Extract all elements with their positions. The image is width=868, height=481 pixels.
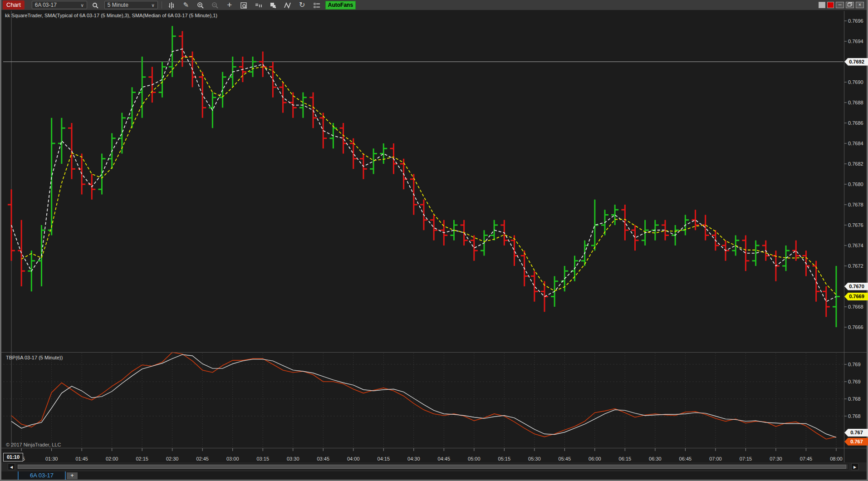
time-tick-label: 06:15 — [614, 456, 635, 461]
tab-bar: 6A 03-17 + — [1, 471, 867, 480]
interval-select[interactable]: 5 Minute ∨ — [104, 1, 158, 9]
scrollbar-track[interactable] — [17, 464, 848, 470]
zoom-in-icon[interactable] — [195, 0, 206, 10]
autofans-button[interactable]: AutoFans — [325, 1, 356, 10]
time-tick-label: 06:45 — [675, 456, 696, 461]
time-tick-label: 02:00 — [102, 456, 123, 461]
price-marker: 0.767 — [844, 429, 868, 437]
time-tick-label: 03:00 — [222, 456, 243, 461]
price-marker: 0.7692 — [844, 58, 868, 66]
y-tick-label: 0.7682 — [848, 161, 868, 167]
y-tick-label: 0.7672 — [848, 263, 868, 269]
status-gray-button[interactable] — [819, 2, 825, 8]
y-tick-label: 0.768 — [848, 413, 868, 419]
y-tick-label: 0.7668 — [848, 304, 868, 309]
pencil-icon[interactable]: ✎ — [180, 0, 192, 10]
time-tick-label: 02:15 — [132, 456, 152, 461]
chart-canvas — [1, 10, 868, 464]
scrollbar-row: ◀ ▶ — [1, 462, 867, 471]
time-tick-label: 05:15 — [494, 456, 515, 461]
toolbar: Chart 6A 03-17 ∨ 5 Minute ∨ ✎ + — [1, 0, 867, 10]
scrollbar-thumb[interactable] — [18, 465, 846, 469]
status-red-button[interactable] — [827, 2, 834, 8]
data-box-icon[interactable] — [238, 0, 250, 10]
time-tick-label: 03:45 — [313, 456, 333, 461]
y-tick-label: 0.769 — [848, 362, 868, 367]
windows-icon[interactable] — [267, 0, 279, 10]
zigzag-icon[interactable] — [282, 0, 294, 10]
chart-window: Chart 6A 03-17 ∨ 5 Minute ∨ ✎ + — [0, 0, 868, 481]
y-tick-label: 0.7680 — [848, 182, 868, 187]
y-tick-label: 0.7678 — [848, 202, 868, 207]
time-cursor-box: 01:10 — [3, 453, 23, 461]
time-tick-label: 03:30 — [283, 456, 304, 461]
main-panel-label: kk SquareTrader, SMA(Typical of 6A 03-17… — [5, 13, 217, 18]
copyright-text: © 2017 NinjaTrader, LLC — [6, 442, 61, 447]
y-tick-label: 0.7694 — [848, 39, 868, 44]
close-button[interactable]: × — [856, 2, 864, 8]
time-tick-label: 05:45 — [554, 456, 575, 461]
y-tick-label: 0.7666 — [848, 324, 868, 330]
reload-icon[interactable]: ↻ — [296, 0, 308, 10]
y-tick-label: 0.7688 — [848, 100, 868, 105]
add-tab-button[interactable]: + — [67, 472, 78, 479]
y-tick-label: 0.7690 — [848, 79, 868, 85]
time-tick-label: 06:00 — [584, 456, 605, 461]
price-marker: 0.7670 — [844, 283, 868, 290]
time-tick-label: 04:30 — [403, 456, 424, 461]
properties-icon[interactable] — [311, 0, 323, 10]
y-tick-label: 0.769 — [848, 379, 868, 384]
time-tick-label: 05:30 — [524, 456, 545, 461]
bar-style-icon[interactable] — [166, 0, 177, 10]
chevron-down-icon: ∨ — [80, 3, 83, 8]
y-tick-label: 0.7676 — [848, 222, 868, 228]
time-tick-label: 01:30 — [41, 456, 62, 461]
y-tick-label: 0.7674 — [848, 243, 868, 248]
time-tick-label: 04:45 — [433, 456, 454, 461]
time-tick-label: 01:45 — [71, 456, 92, 461]
price-marker: 0.7669 — [844, 293, 868, 300]
toolbar-separator — [162, 1, 162, 9]
time-tick-label: 07:45 — [795, 456, 816, 461]
interval-value: 5 Minute — [108, 2, 128, 8]
restore-button[interactable] — [846, 2, 854, 8]
minimize-button[interactable]: ─ — [836, 2, 844, 8]
scroll-left-button[interactable]: ◀ — [8, 463, 15, 470]
crosshair-icon[interactable]: + — [224, 0, 235, 10]
time-tick-label: 05:00 — [464, 456, 485, 461]
time-tick-label: 04:15 — [373, 456, 394, 461]
y-tick-label: 0.7696 — [848, 18, 868, 24]
tab-6a-03-17[interactable]: 6A 03-17 — [18, 471, 66, 480]
time-tick-label: 06:30 — [645, 456, 666, 461]
time-tick-label: 02:45 — [192, 456, 213, 461]
instrument-value: 6A 03-17 — [35, 2, 57, 8]
search-icon[interactable] — [90, 0, 102, 10]
lower-panel-label: TBP(6A 03-17 (5 Minute)) — [6, 355, 63, 360]
zoom-out-icon — [209, 0, 221, 10]
panel-divider[interactable] — [1, 352, 867, 353]
time-tick-label: 02:30 — [162, 456, 183, 461]
instrument-select[interactable]: 6A 03-17 ∨ — [32, 1, 87, 9]
window-title: Chart — [3, 0, 25, 10]
window-controls: ─ × — [819, 2, 867, 8]
scroll-right-button[interactable]: ▶ — [851, 463, 858, 470]
indicators-icon[interactable] — [253, 0, 265, 10]
price-axis-divider[interactable] — [844, 11, 844, 463]
y-tick-label: 0.768 — [848, 396, 868, 402]
axis-divider — [1, 448, 867, 448]
time-tick-label: 07:00 — [705, 456, 726, 461]
time-tick-label: 07:30 — [765, 456, 786, 461]
time-tick-label: 04:00 — [343, 456, 364, 461]
price-marker: 0.767 — [844, 438, 868, 446]
chart-region[interactable]: kk SquareTrader, SMA(Typical of 6A 03-17… — [1, 10, 867, 462]
y-tick-label: 0.7684 — [848, 141, 868, 146]
time-tick-label: 03:15 — [252, 456, 273, 461]
y-tick-label: 0.7686 — [848, 120, 868, 126]
chevron-down-icon: ∨ — [151, 3, 154, 8]
time-tick-label: 07:15 — [735, 456, 756, 461]
